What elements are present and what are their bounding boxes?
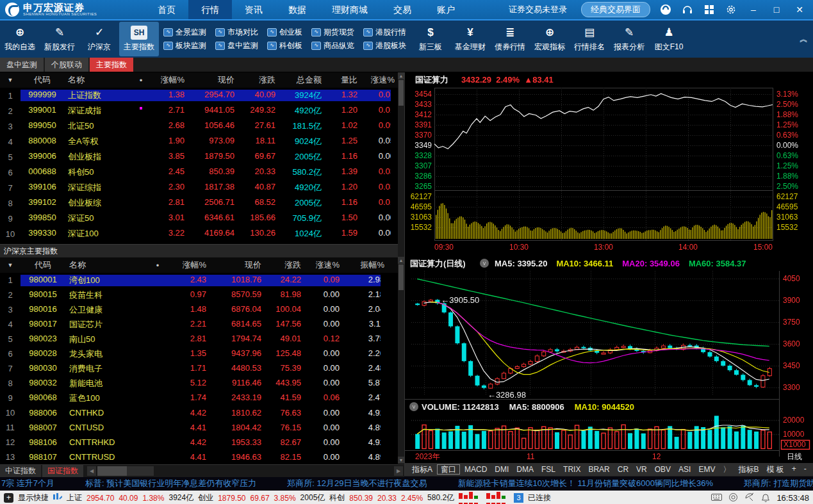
table-row-980017[interactable]: 4980017国证芯片2.216814.65147.560.003.11 bbox=[0, 317, 404, 332]
indicator-BRAR[interactable]: BRAR bbox=[585, 465, 612, 474]
table-row-980023[interactable]: 5980023南山502.811794.7449.010.123.75 bbox=[0, 332, 404, 346]
keyboard-icon[interactable] bbox=[711, 493, 722, 503]
table-row-399330[interactable]: 10399330深证1003.224169.64130.261024亿1.590… bbox=[0, 226, 404, 241]
ticker-item[interactable]: 标普: 预计美国银行业明年净息差仍有收窄压力 bbox=[85, 478, 256, 489]
indicator-模 板[interactable]: 模 板 bbox=[763, 464, 787, 475]
subtab-个股联动[interactable]: 个股联动 bbox=[45, 58, 88, 72]
hscroll-left-icon[interactable]: ◀ bbox=[87, 466, 96, 476]
tool-主要指数[interactable]: SH主要指数 bbox=[119, 22, 159, 56]
tool-盘中监测[interactable]: ∿盘中监测 bbox=[215, 40, 258, 51]
daily-kline-chart[interactable] bbox=[405, 257, 813, 463]
indicator--[interactable]: - bbox=[801, 464, 810, 475]
table-row-988107[interactable]: 13988107CNTTRUSD4.411946.6382.150.004.89 bbox=[0, 450, 404, 464]
ticker-item[interactable]: 新能源轻卡销量连续10次增长！ 11月份销量突破6000辆同比增长36% bbox=[457, 478, 713, 489]
ticker-item[interactable]: 郑商所: 12月29日当晚不进行夜盘交易 bbox=[287, 478, 427, 489]
bell-icon[interactable] bbox=[761, 492, 770, 504]
bottom-tab-中证指数[interactable]: 中证指数 bbox=[0, 465, 41, 477]
table-row-899050[interactable]: 3899050北证502.681056.4627.61181.5亿1.020.0… bbox=[0, 118, 404, 134]
quick-toggle[interactable]: 显示快捷 bbox=[18, 492, 49, 503]
bottom-tab-国证指数[interactable]: 国证指数 bbox=[42, 465, 83, 477]
subtab-主要指数[interactable]: 主要指数 bbox=[90, 58, 133, 72]
add-quick-button[interactable]: + bbox=[4, 493, 13, 503]
indicator-EMV[interactable]: EMV bbox=[695, 465, 718, 474]
indicator-指标A[interactable]: 指标A bbox=[409, 464, 436, 475]
connection-count-badge[interactable]: 3 bbox=[514, 493, 523, 503]
table-row-980015[interactable]: 2980015疫苗生科0.978570.5981.980.002.18 bbox=[0, 288, 404, 302]
indicator-DMI[interactable]: DMI bbox=[491, 465, 512, 474]
subtab-盘中监测[interactable]: 盘中监测 bbox=[0, 58, 44, 72]
tool-宏观指标[interactable]: ⊕宏观指标 bbox=[530, 22, 570, 56]
tool-创业板[interactable]: ∿创业板 bbox=[267, 27, 302, 38]
scroll-down-icon[interactable]: ▼ bbox=[398, 457, 404, 464]
ticker-item[interactable]: 郑商所: 打造期货助农“麦盖提样本”为实 bbox=[744, 478, 813, 489]
tool-市场对比[interactable]: ∿市场对比 bbox=[215, 27, 258, 38]
classic-trade-button[interactable]: 经典交易界面 bbox=[581, 2, 650, 17]
tool-报表分析[interactable]: ✎报表分析 bbox=[609, 22, 649, 56]
indicator-FSL[interactable]: FSL bbox=[538, 465, 559, 474]
tool-港股行情[interactable]: ∿港股行情 bbox=[363, 27, 406, 38]
menu-item-数据[interactable]: 数据 bbox=[275, 0, 319, 19]
hscroll-right-icon[interactable]: ▶ bbox=[394, 466, 403, 476]
table-row-988106[interactable]: 12988106CNTTRHKD4.421953.3382.670.004.92 bbox=[0, 435, 404, 450]
table-row-980028[interactable]: 6980028龙头家电1.359437.96125.480.002.26 bbox=[0, 346, 404, 361]
gear-icon[interactable] bbox=[725, 3, 737, 16]
indicator-MACD[interactable]: MACD bbox=[461, 465, 490, 474]
tool-商品纵览[interactable]: ∿商品纵览 bbox=[311, 40, 354, 51]
scroll-up-icon[interactable]: ▲ bbox=[398, 257, 404, 264]
table-row-980032[interactable]: 8980032新能电池5.129116.46443.950.005.87 bbox=[0, 376, 404, 391]
tool-科创板[interactable]: ∿科创板 bbox=[267, 40, 302, 51]
table2-scrollbar[interactable]: ▲ ▼ bbox=[398, 257, 404, 464]
brand-small-icon[interactable] bbox=[659, 3, 672, 16]
hscroll-track[interactable] bbox=[97, 466, 154, 476]
table-row-399001[interactable]: 2399001深证成指2.719441.05249.324920亿1.200.0… bbox=[0, 103, 404, 118]
voice-icon[interactable] bbox=[728, 492, 738, 504]
table-row-980016[interactable]: 3980016公卫健康1.486876.04100.040.002.04 bbox=[0, 302, 404, 317]
table-row-000688[interactable]: 6000688科创502.45850.3920.33580.2亿1.390.03 bbox=[0, 165, 404, 180]
indicator-VR[interactable]: VR bbox=[633, 465, 650, 474]
indicator-CR[interactable]: CR bbox=[614, 465, 632, 474]
close-button[interactable]: ✕ bbox=[792, 4, 807, 15]
headset-icon[interactable] bbox=[681, 3, 694, 16]
indicator-指标B[interactable]: 指标B bbox=[735, 464, 762, 475]
tool-债券行情[interactable]: ≣债券行情 bbox=[490, 22, 530, 56]
table-row-980068[interactable]: 9980068蓝色1001.742433.1941.590.062.47 bbox=[0, 391, 404, 405]
tool-行情排名[interactable]: ▤行情排名 bbox=[570, 22, 609, 56]
table-row-399850[interactable]: 9399850深证503.016346.61185.66705.9亿1.500.… bbox=[0, 211, 404, 226]
menu-item-资讯[interactable]: 资讯 bbox=[232, 0, 275, 19]
table-row-399106[interactable]: 7399106深证综指2.301817.3840.874920亿1.200.03 bbox=[0, 180, 404, 195]
menu-item-理财商城[interactable]: 理财商城 bbox=[319, 0, 381, 19]
table-row-988006[interactable]: 10988006CNTHKD4.421810.6276.630.004.92 bbox=[0, 405, 404, 420]
tool-图文F10[interactable]: ♟图文F10 bbox=[649, 22, 689, 56]
indicator-〉[interactable]: 〉 bbox=[719, 464, 734, 475]
table-row-880008[interactable]: 4880008全A等权1.90973.0918.119024亿1.250.05 bbox=[0, 134, 404, 149]
table-row-980001[interactable]: 1980001湾创1002.431018.7624.220.092.98 bbox=[0, 273, 404, 288]
tool-新股发行[interactable]: ✎新股发行 bbox=[40, 22, 79, 56]
tool-港股板块[interactable]: ∿港股板块 bbox=[363, 40, 406, 51]
intraday-chart[interactable] bbox=[405, 72, 813, 257]
indicator-TRIX[interactable]: TRIX bbox=[560, 465, 584, 474]
tool-基金理财[interactable]: ¥基金理财 bbox=[450, 22, 490, 56]
table-row-399102[interactable]: 8399102创业板综2.812506.7168.522005亿1.160.01 bbox=[0, 195, 404, 211]
tool-我的自选[interactable]: ⊕我的自选 bbox=[0, 22, 40, 56]
tool-期货现货[interactable]: ∿期货现货 bbox=[311, 27, 354, 38]
indicator-DMA[interactable]: DMA bbox=[513, 465, 537, 474]
scroll-up-icon[interactable]: ▲ bbox=[398, 72, 404, 79]
ticker-item[interactable]: 7宗 连升7个月 bbox=[1, 478, 54, 489]
menu-item-行情[interactable]: 行情 bbox=[188, 0, 232, 19]
indicator-窗口[interactable]: 窗口 bbox=[437, 464, 460, 475]
maximize-button[interactable]: □ bbox=[769, 4, 784, 15]
tool-全景监测[interactable]: ∿全景监测 bbox=[163, 27, 206, 38]
indicator-ASI[interactable]: ASI bbox=[675, 465, 694, 474]
tool-板块监测[interactable]: ∿板块监测 bbox=[163, 40, 206, 51]
indicator-OBV[interactable]: OBV bbox=[652, 465, 674, 474]
grid-icon[interactable] bbox=[703, 3, 716, 16]
table1-header[interactable]: ▼代码名称•涨幅%现价涨跌总金额量比涨速% bbox=[0, 72, 404, 88]
table-row-980030[interactable]: 7980030消费电子1.714480.5375.390.002.48 bbox=[0, 361, 404, 376]
menu-item-交易[interactable]: 交易 bbox=[381, 0, 424, 19]
minimize-button[interactable]: – bbox=[746, 4, 760, 15]
satellite-icon[interactable] bbox=[744, 492, 755, 503]
indicator-+[interactable]: + bbox=[789, 464, 800, 475]
tool-沪深京[interactable]: ✓沪深京 bbox=[79, 22, 119, 56]
menu-item-账户[interactable]: 账户 bbox=[424, 0, 468, 19]
toolbar-collapse-button[interactable]: ︽ bbox=[800, 36, 808, 42]
